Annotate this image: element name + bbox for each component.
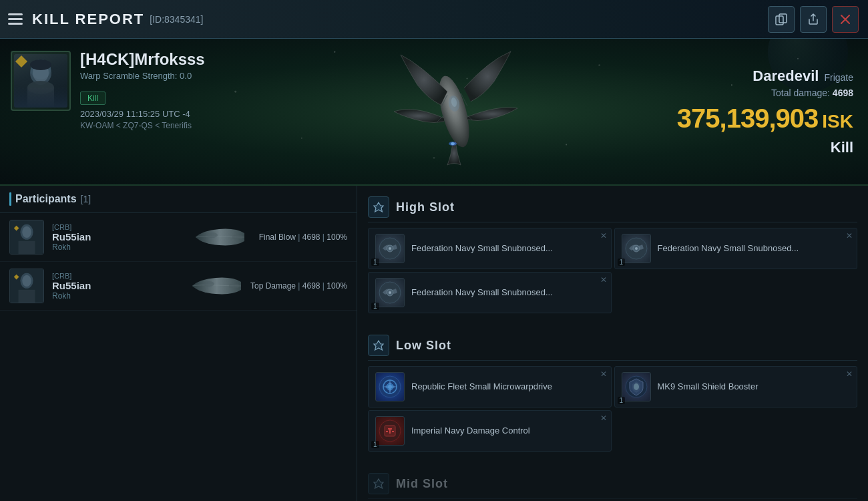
item-name: MK9 Small Shield Booster (658, 381, 851, 393)
item-qty: 1 (371, 259, 379, 266)
svg-rect-35 (229, 284, 239, 288)
title-bar-actions (768, 6, 859, 33)
item-name: Imperial Navy Damage Control (411, 426, 604, 437)
item-icon (622, 372, 651, 401)
svg-point-16 (30, 59, 51, 70)
item-card[interactable]: Federation Navy Small Snubnosed... 1 ✕ (368, 272, 612, 313)
total-damage-line: Total damage: 4698 (771, 88, 853, 98)
report-id: [ID:8345341] (150, 14, 203, 25)
ship-visual (254, 39, 654, 184)
participant-info: [CRB] Ru55ian Rokh (52, 272, 181, 301)
mid-slot-title: Mid Slot (396, 477, 448, 491)
item-icon (622, 234, 651, 263)
item-destroy-icon: ✕ (600, 413, 607, 423)
item-icon (375, 234, 405, 263)
pilot-info: [H4CK]Mrfoksss Warp Scramble Strength: 0… (80, 51, 243, 130)
mid-slot-hint: Mid Slot (357, 462, 868, 501)
kill-result: Kill (831, 139, 853, 156)
high-slot-items: Federation Navy Small Snubnosed... 1 ✕ (357, 225, 868, 319)
item-qty: 1 (371, 303, 379, 310)
banner-left: [H4CK]Mrfoksss Warp Scramble Strength: 0… (0, 39, 254, 184)
item-icon (375, 278, 405, 307)
participant-ship: Rokh (52, 242, 184, 252)
svg-point-34 (204, 281, 214, 287)
item-name: Federation Navy Small Snubnosed... (411, 287, 604, 299)
item-icon (375, 372, 405, 401)
item-icon (375, 416, 405, 446)
kill-badge: Kill (80, 92, 105, 105)
item-name: Republic Fleet Small Microwarpdrive (411, 381, 604, 393)
item-name: Federation Navy Small Snubnosed... (658, 243, 851, 255)
kill-badge-row: Kill (80, 92, 243, 105)
svg-point-41 (635, 247, 638, 250)
svg-point-44 (389, 291, 391, 294)
item-card[interactable]: Imperial Navy Damage Control 1 ✕ (368, 410, 612, 452)
ship-type: Frigate (824, 72, 853, 83)
participants-count: [1] (81, 194, 91, 204)
left-panel: Participants [1] [CR (0, 186, 357, 501)
main-content: Participants [1] [CR (0, 186, 868, 501)
item-destroy-icon: ✕ (846, 231, 853, 240)
mid-slot-icon (368, 473, 389, 494)
close-button[interactable] (832, 6, 859, 33)
participant-name: Ru55ian (52, 231, 184, 242)
participant-avatar (9, 269, 44, 303)
item-destroy-icon: ✕ (846, 369, 853, 379)
svg-rect-32 (19, 290, 35, 303)
copy-button[interactable] (768, 6, 795, 33)
svg-point-27 (207, 232, 218, 238)
right-panel: High Slot Federation Navy Small Snubnose… (357, 186, 868, 501)
svg-point-21 (451, 142, 455, 145)
item-card[interactable]: Federation Navy Small Snubnosed... 1 ✕ (368, 228, 612, 269)
participant-stats: Top Damage | 4698 | 100% (250, 281, 347, 291)
low-slot-icon (368, 335, 389, 356)
svg-rect-28 (232, 235, 242, 239)
low-slot-divider (368, 360, 857, 361)
svg-point-49 (634, 383, 639, 390)
participant-row[interactable]: [CRB] Ru55ian Rokh (0, 213, 357, 262)
participant-info: [CRB] Ru55ian Rokh (52, 223, 184, 252)
title-bar: KILL REPORT [ID:8345341] (0, 0, 868, 39)
participant-name: Ru55ian (52, 280, 181, 291)
participant-ship-img (192, 225, 246, 249)
warp-scramble: Warp Scramble Strength: 0.0 (80, 71, 243, 81)
svg-point-24 (22, 226, 31, 238)
low-slot-header: Low Slot (357, 329, 868, 360)
participant-corp: [CRB] (52, 272, 181, 280)
participants-header: Participants [1] (0, 186, 357, 213)
item-destroy-icon: ✕ (600, 275, 607, 285)
item-card[interactable]: MK9 Small Shield Booster 1 ✕ (614, 366, 858, 407)
isk-value: 375,139,903 (677, 104, 818, 134)
high-slot-section: High Slot Federation Navy Small Snubnose… (357, 186, 868, 324)
participants-title: Participants (15, 193, 77, 205)
item-card[interactable]: Republic Fleet Small Microwarpdrive ✕ (368, 366, 612, 407)
high-slot-header: High Slot (357, 191, 868, 222)
mid-slot-header: Mid Slot (357, 468, 868, 498)
kill-banner: [H4CK]Mrfoksss Warp Scramble Strength: 0… (0, 39, 868, 186)
svg-point-15 (27, 81, 54, 94)
pilot-name: [H4CK]Mrfoksss (80, 51, 243, 68)
pilot-avatar (11, 51, 71, 111)
item-destroy-icon: ✕ (600, 231, 607, 240)
svg-rect-14 (27, 88, 54, 108)
participant-corp: [CRB] (52, 223, 184, 231)
total-damage-value: 4698 (833, 88, 853, 98)
svg-point-38 (389, 247, 391, 250)
kill-location: KW-OAM < ZQ7-QS < Tenerifis (80, 121, 243, 130)
item-destroy-icon: ✕ (600, 369, 607, 379)
participant-row[interactable]: [CRB] Ru55ian Rokh (0, 262, 357, 311)
item-card[interactable]: Federation Navy Small Snubnosed... 1 ✕ (614, 228, 858, 269)
high-slot-icon (368, 196, 389, 218)
item-qty: 1 (371, 441, 379, 448)
svg-point-31 (22, 275, 31, 287)
ship-name: Daredevil (752, 67, 819, 85)
low-slot-section: Low Slot Republic Fleet Sma (357, 324, 868, 462)
item-qty: 1 (618, 259, 626, 266)
share-button[interactable] (800, 6, 827, 33)
menu-icon[interactable] (8, 13, 23, 25)
participant-stats: Final Blow | 4698 | 100% (254, 232, 347, 242)
banner-right: Daredevil Frigate Total damage: 4698 375… (654, 39, 868, 184)
participants-accent (9, 192, 11, 206)
page-title: KILL REPORT (32, 11, 144, 28)
low-slot-items: Republic Fleet Small Microwarpdrive ✕ MK… (357, 363, 868, 457)
